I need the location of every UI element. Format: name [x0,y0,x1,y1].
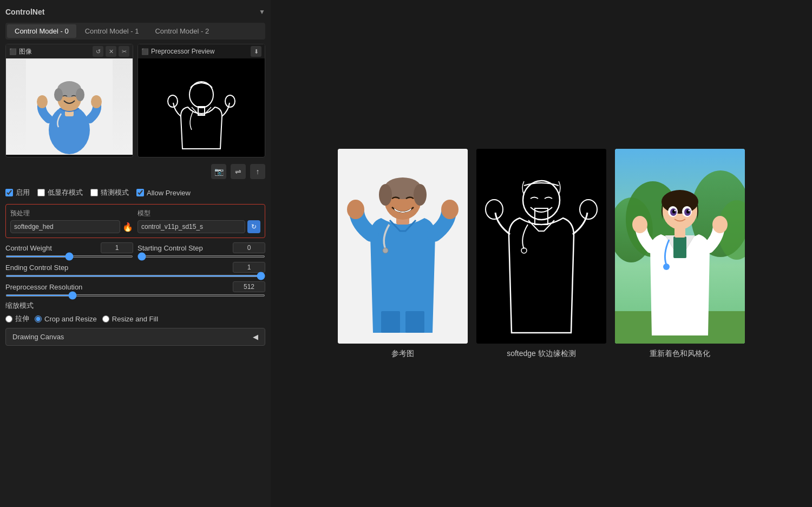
fill-radio[interactable]: Resize and Fill [102,315,158,323]
source-refresh-btn[interactable]: ↺ [93,46,103,57]
gallery-item-reference: 参考图 [338,149,468,359]
gallery: 参考图 [338,149,745,359]
toolbar-icon-row: 📷 ⇌ ↑ [5,162,265,181]
starting-step-slider[interactable] [137,255,265,258]
source-image-header: ⬛ 图像 ↺ ✕ ✂ [6,44,133,58]
guess-mode-checkbox-input[interactable] [90,189,98,196]
model-section-label: 模型 [137,209,260,218]
svg-point-40 [662,190,698,214]
preprocessor-resolution-header: Preprocessor Resolution [5,281,265,292]
preprocessor-col: 预处理 softedge_hed canny depth none 🔥 [10,209,133,233]
fill-label: Resize and Fill [112,315,158,323]
starting-step-value[interactable] [233,242,265,253]
swap-btn[interactable]: ⇌ [231,164,246,179]
allow-preview-checkbox[interactable]: Allow Preview [136,189,191,197]
svg-rect-37 [673,236,686,258]
image-previews: ⬛ 图像 ↺ ✕ ✂ [5,44,265,157]
preprocessor-resolution-slider[interactable] [5,294,265,297]
ending-step-header: Ending Control Step [5,262,265,273]
allow-preview-label: Allow Preview [147,189,191,197]
preprocessor-resolution-value[interactable] [233,281,265,292]
collapse-icon[interactable]: ▼ [259,8,265,16]
preprocessor-section-label: 预处理 [10,209,133,218]
svg-point-51 [663,264,670,270]
tab-control-model-0[interactable]: Control Model - 0 [7,24,76,38]
image-icon: ⬛ [9,48,17,55]
enable-label: 启用 [16,188,30,197]
fill-radio-input[interactable] [102,315,109,322]
left-panel: ControlNet ▼ Control Model - 0 Control M… [0,0,271,507]
svg-rect-24 [405,311,424,333]
upload-btn[interactable]: ↑ [250,164,265,179]
preprocessor-download-btn[interactable]: ⬇ [251,46,261,57]
gallery-item-softedge: softedge 软边缘检测 [476,149,606,359]
svg-rect-25 [476,149,606,344]
svg-rect-23 [381,311,400,333]
proc-model-row: 预处理 softedge_hed canny depth none 🔥 模型 c [10,209,260,233]
svg-point-5 [54,88,63,101]
svg-point-8 [91,95,102,108]
source-close-btn[interactable]: ✕ [106,46,116,57]
control-weight-value[interactable] [101,242,133,253]
preprocessor-icons: ⬇ [251,46,261,57]
svg-point-18 [379,184,392,206]
allow-preview-checkbox-input[interactable] [136,189,144,196]
control-weight-label: Control Weight [5,244,52,252]
model-select[interactable]: control_v11p_sd15_s control_v11p_sd15_ca… [137,220,245,233]
gallery-item-anime: 重新着色和风格化 [615,149,745,359]
stretch-label: 拉伸 [15,314,29,324]
ending-step-value[interactable] [233,262,265,273]
preprocessor-select[interactable]: softedge_hed canny depth none [10,220,120,233]
svg-point-7 [37,95,48,108]
preprocessor-image-box: ⬛ Preprocessor Preview ⬇ [137,44,265,157]
guess-mode-checkbox[interactable]: 猜测模式 [90,188,129,197]
tab-control-model-1[interactable]: Control Model - 1 [77,24,147,38]
softedge-image [476,149,606,344]
drawing-canvas-btn[interactable]: Drawing Canvas ◀ [5,328,265,346]
crop-radio[interactable]: Crop and Resize [35,315,97,323]
stretch-radio-input[interactable] [5,315,12,322]
reference-image [338,149,468,344]
starting-step-header: Starting Control Step [137,242,265,253]
low-vram-checkbox[interactable]: 低显存模式 [37,188,83,197]
checkbox-row: 启用 低显存模式 猜测模式 Allow Preview [5,186,265,200]
anime-image [615,149,745,344]
drawing-canvas-icon: ◀ [253,333,258,341]
low-vram-checkbox-input[interactable] [37,189,45,196]
svg-point-49 [632,216,647,233]
svg-point-21 [441,200,459,219]
preprocessor-image-header: ⬛ Preprocessor Preview ⬇ [138,44,265,58]
camera-btn[interactable]: 📷 [211,164,226,179]
right-panel: 参考图 [271,0,812,507]
guess-mode-label: 猜测模式 [101,188,129,197]
slider-section: Control Weight Starting Control Step End… [5,242,265,297]
scale-mode-radio-group: 拉伸 Crop and Resize Resize and Fill [5,314,265,324]
tab-control-model-2[interactable]: Control Model - 2 [147,24,217,38]
source-crop-btn[interactable]: ✂ [119,46,129,57]
preprocessor-outline-preview [138,58,265,155]
drawing-canvas-label: Drawing Canvas [12,333,64,341]
model-refresh-btn[interactable]: ↻ [247,220,260,233]
control-weight-slider[interactable] [5,255,133,258]
ending-step-row: Ending Control Step [5,262,265,277]
model-select-row: control_v11p_sd15_s control_v11p_sd15_ca… [137,220,260,233]
preprocessor-icon: ⬛ [141,48,149,55]
svg-point-6 [76,88,84,101]
svg-point-48 [689,209,690,211]
source-nurse-photo[interactable] [6,58,133,155]
crop-radio-input[interactable] [35,315,42,322]
stretch-radio[interactable]: 拉伸 [5,314,29,324]
source-image-box: ⬛ 图像 ↺ ✕ ✂ [5,44,133,157]
ending-step-slider[interactable] [5,275,265,277]
two-col-sliders: Control Weight Starting Control Step [5,242,265,258]
enable-checkbox-input[interactable] [5,189,13,196]
svg-point-47 [675,209,676,211]
fire-icon: 🔥 [122,222,133,232]
svg-point-20 [347,200,364,219]
preprocessor-label: Preprocessor Preview [151,48,214,55]
enable-checkbox[interactable]: 启用 [5,188,30,197]
softedge-caption: softedge 软边缘检测 [507,349,576,359]
svg-point-50 [712,216,728,233]
scale-section: 缩放模式 拉伸 Crop and Resize Resize and Fill [5,301,265,324]
panel-title: ControlNet [5,8,44,16]
